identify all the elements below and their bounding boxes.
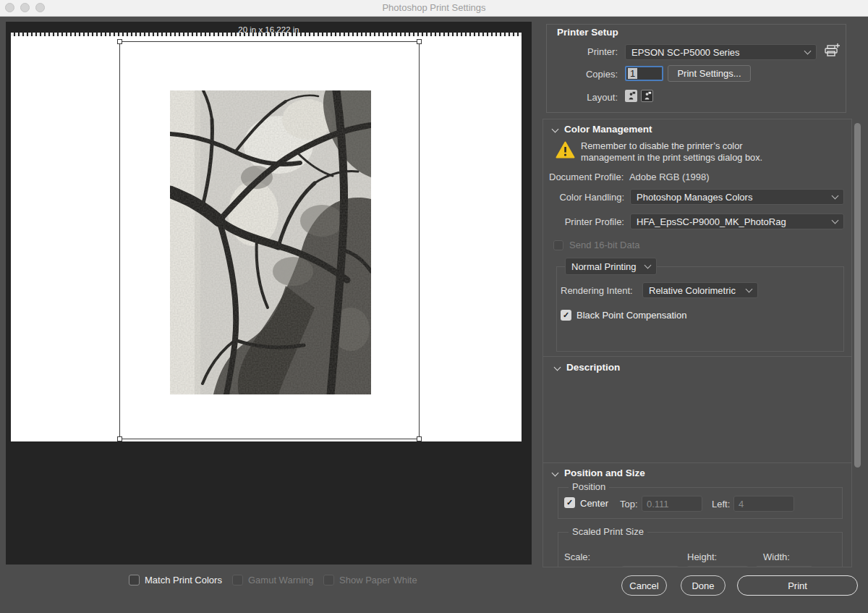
paper-edge-serration <box>11 33 522 36</box>
width-input[interactable] <box>755 566 813 567</box>
rendering-intent-dropdown[interactable]: Relative Colorimetric <box>642 282 758 298</box>
printer-dropdown-value: EPSON SC-P5000 Series <box>631 47 740 58</box>
checkmark-icon: ✓ <box>563 310 569 320</box>
chevron-down-icon <box>552 126 559 133</box>
top-label: Top: <box>620 499 638 510</box>
print-mode-group <box>556 266 844 352</box>
center-checkbox[interactable]: ✓ <box>564 497 575 508</box>
printer-profile-label: Printer Profile: <box>549 216 624 227</box>
chevron-down-icon <box>746 286 753 293</box>
black-point-checkbox[interactable]: ✓ <box>561 310 571 321</box>
copies-label: Copies: <box>549 69 618 80</box>
printer-profile-value: HFA_EpsSC-P9000_MK_PhotoRag <box>637 216 786 227</box>
rendering-intent-label: Rendering Intent: <box>561 285 633 296</box>
layout-portrait-icon <box>626 91 636 101</box>
printer-profile-dropdown[interactable]: HFA_EpsSC-P9000_MK_PhotoRag <box>630 214 844 229</box>
printer-dropdown[interactable]: EPSON SC-P5000 Series <box>625 44 817 60</box>
gamut-warning-checkbox <box>232 575 243 585</box>
color-management-warning: Remember to disable the printer’s color … <box>581 140 762 164</box>
print-mode-dropdown[interactable]: Normal Printing <box>565 258 657 275</box>
section-divider <box>543 462 852 463</box>
chevron-down-icon <box>832 217 839 224</box>
center-label: Center <box>580 498 608 509</box>
width-label: Width: <box>763 551 790 562</box>
chevron-down-icon <box>832 193 839 200</box>
color-handling-value: Photoshop Manages Colors <box>637 192 752 203</box>
left-input: 4 <box>733 496 794 512</box>
color-handling-dropdown[interactable]: Photoshop Manages Colors <box>630 189 844 205</box>
section-divider <box>543 356 852 357</box>
show-paper-white-checkbox <box>323 575 334 585</box>
settings-scroll-area: Color Management Remember to disable the… <box>542 119 852 567</box>
checkmark-icon: ✓ <box>566 498 573 507</box>
print-bounding-box[interactable] <box>119 41 420 439</box>
printer-setup-section: Printer Setup Printer: EPSON SC-P5000 Se… <box>546 24 846 113</box>
scaled-print-size-label: Scaled Print Size <box>569 526 647 537</box>
position-group-label: Position <box>569 481 609 492</box>
layout-orientation-button-2[interactable] <box>641 90 653 102</box>
position-group: Position ✓ Center Top: 0.111 Left: 4 <box>558 487 843 519</box>
copies-input[interactable]: 1 <box>625 66 663 81</box>
gamut-warning-label: Gamut Warning <box>248 575 314 585</box>
chevron-down-icon <box>554 364 561 371</box>
document-profile: Document Profile: Adobe RGB (1998) <box>549 172 710 182</box>
printer-plus-icon <box>823 43 841 59</box>
handle-bottom-right[interactable] <box>417 436 422 441</box>
printer-label: Printer: <box>549 46 618 57</box>
color-handling-label: Color Handling: <box>549 192 624 203</box>
height-label: Height: <box>687 551 717 562</box>
height-input[interactable] <box>686 566 749 567</box>
top-input: 0.111 <box>642 496 702 512</box>
scale-input[interactable] <box>621 566 679 567</box>
layout-label: Layout: <box>549 92 618 103</box>
handle-top-right[interactable] <box>417 39 422 44</box>
warning-triangle-icon <box>556 141 575 161</box>
send-16bit-label: Send 16-bit Data <box>569 240 640 250</box>
left-label: Left: <box>712 499 730 510</box>
print-settings-button[interactable]: Print Settings... <box>668 65 751 82</box>
done-button[interactable]: Done <box>681 575 726 596</box>
layout-orientation-button-1[interactable] <box>625 90 637 102</box>
chevron-down-icon <box>644 262 652 269</box>
print-button[interactable]: Print <box>737 575 858 596</box>
scaled-print-size-group: Scaled Print Size Scale: Height: Width: <box>558 532 843 567</box>
printer-setup-heading: Printer Setup <box>557 27 618 38</box>
black-point-label: Black Point Compensation <box>576 310 686 321</box>
paper-preview <box>11 36 522 441</box>
cancel-button[interactable]: Cancel <box>621 575 667 596</box>
chevron-down-icon <box>552 470 559 477</box>
window-title: Photoshop Print Settings <box>0 0 868 16</box>
copies-value: 1 <box>628 68 637 79</box>
layout-landscape-icon <box>642 91 652 101</box>
print-mode-value: Normal Printing <box>571 261 637 272</box>
rendering-intent-value: Relative Colorimetric <box>649 285 736 296</box>
window-titlebar: Photoshop Print Settings <box>0 0 868 17</box>
handle-bottom-left[interactable] <box>117 436 122 441</box>
scale-label: Scale: <box>564 551 590 562</box>
show-paper-white-label: Show Paper White <box>339 575 417 585</box>
chevron-down-icon <box>804 48 812 55</box>
print-preview-panel: 20 in x 16.222 in <box>6 22 532 565</box>
match-print-colors-label: Match Print Colors <box>145 575 222 585</box>
handle-top-left[interactable] <box>117 39 122 44</box>
send-16bit-checkbox <box>553 240 563 250</box>
settings-scrollbar[interactable] <box>854 123 861 468</box>
add-printer-button[interactable] <box>823 43 841 59</box>
match-print-colors-checkbox[interactable] <box>129 575 140 585</box>
